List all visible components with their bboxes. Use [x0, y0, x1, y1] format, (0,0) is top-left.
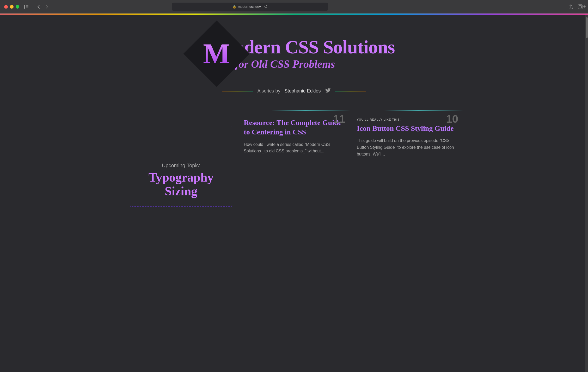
card-excerpt-11: How could I write a series called "Moder…	[244, 141, 344, 154]
author-link[interactable]: Stephanie Eckles	[284, 88, 321, 94]
card-number-11: 11	[333, 113, 345, 125]
scrollbar[interactable]	[585, 15, 588, 372]
card-title-11: Resource: The Complete Guide to Centerin…	[244, 118, 344, 137]
toolbar-right	[567, 3, 584, 10]
header-section: M odern CSS Solutions for Old CSS Proble…	[5, 30, 583, 95]
card-excerpt-10: This guide will build on the previous ep…	[357, 137, 457, 157]
svg-rect-1	[26, 5, 28, 6]
divider-right	[335, 91, 366, 91]
card-line-10	[351, 110, 463, 111]
address-bar[interactable]: 🔒 moderncss.dev ↺	[172, 3, 328, 11]
card-number-10: 10	[446, 113, 458, 125]
svg-rect-3	[26, 8, 28, 8]
new-tab-button[interactable]: +	[583, 3, 586, 10]
share-button[interactable]	[567, 3, 574, 10]
close-button[interactable]	[4, 5, 8, 9]
lock-icon: 🔒	[232, 5, 236, 9]
author-line: A series by Stephanie Eckles	[222, 88, 366, 95]
sidebar-toggle-button[interactable]	[22, 3, 30, 10]
reload-button[interactable]: ↺	[264, 4, 267, 9]
browser-chrome: 🔒 moderncss.dev ↺ +	[0, 0, 588, 14]
upcoming-label: Upcoming Topic:	[162, 163, 200, 169]
page-content: M odern CSS Solutions for Old CSS Proble…	[0, 15, 588, 372]
logo-area: M odern CSS Solutions for Old CSS Proble…	[193, 30, 395, 77]
site-title: odern CSS Solutions	[235, 37, 395, 58]
svg-rect-5	[579, 5, 581, 8]
svg-rect-0	[24, 5, 25, 9]
title-main-text: odern CSS Solutions	[235, 37, 395, 58]
back-button[interactable]	[35, 3, 42, 10]
traffic-lights	[4, 5, 19, 9]
diamond-logo: M	[183, 21, 250, 87]
scrollbar-thumb[interactable]	[586, 17, 588, 38]
title-text: odern CSS Solutions for Old CSS Problems	[235, 37, 395, 70]
svg-rect-2	[26, 7, 28, 7]
author-prefix: A series by	[257, 88, 280, 94]
forward-button[interactable]	[43, 3, 51, 10]
card-10[interactable]: 10 YOU'LL REALLY LIKE THIS! Icon Button …	[351, 110, 463, 199]
maximize-button[interactable]	[16, 5, 19, 9]
nav-buttons	[35, 3, 51, 10]
minimize-button[interactable]	[10, 5, 14, 9]
card-title-10: Icon Button CSS Styling Guide	[357, 124, 457, 133]
card-line-11	[237, 110, 350, 111]
upcoming-title: TypographySizing	[149, 171, 214, 198]
divider-left	[222, 91, 253, 91]
twitter-icon[interactable]	[325, 88, 331, 95]
cards-section: Upcoming Topic: TypographySizing 11 Reso…	[125, 110, 463, 212]
card-11[interactable]: 11 Resource: The Complete Guide to Cente…	[237, 110, 350, 199]
logo-letter: M	[203, 39, 230, 68]
site-subtitle: for Old CSS Problems	[235, 58, 395, 70]
card-tag-10: YOU'LL REALLY LIKE THIS!	[357, 118, 457, 121]
card-upcoming: Upcoming Topic: TypographySizing	[125, 110, 237, 212]
upcoming-card-inner[interactable]: Upcoming Topic: TypographySizing	[130, 126, 232, 207]
url-display: moderncss.dev	[238, 5, 261, 9]
